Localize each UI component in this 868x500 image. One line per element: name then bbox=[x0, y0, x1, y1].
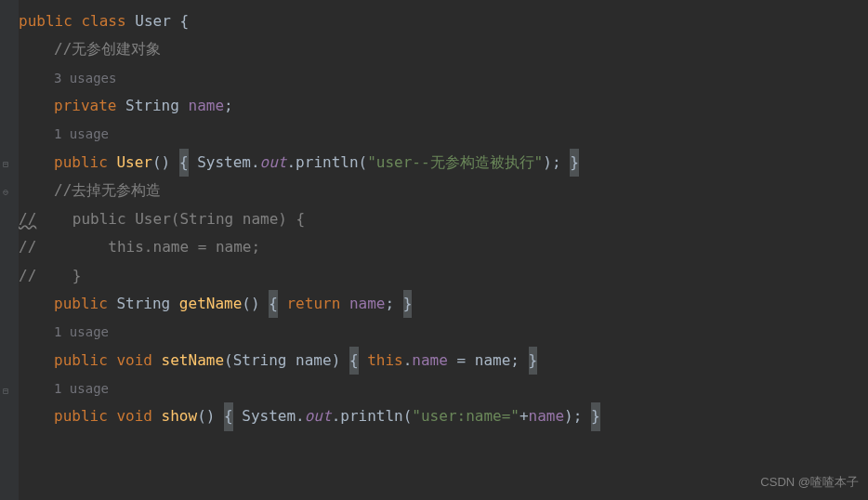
brace: { bbox=[224, 402, 233, 430]
keyword: public bbox=[54, 402, 108, 430]
method-name: setName bbox=[162, 347, 224, 375]
fold-icon[interactable]: ⊟ bbox=[3, 387, 8, 396]
usage-hint[interactable]: 3 usages bbox=[19, 64, 868, 92]
brace: { bbox=[179, 149, 189, 177]
comment-marker: // bbox=[19, 233, 36, 261]
method-name: getName bbox=[179, 290, 242, 318]
brace: } bbox=[529, 347, 538, 375]
string-literal: "user:name=" bbox=[412, 402, 519, 430]
keyword: private bbox=[54, 92, 116, 120]
watermark: CSDN @喳喳本子 bbox=[760, 471, 859, 494]
code-line: public void setName(String name) { this.… bbox=[19, 347, 868, 375]
brace: } bbox=[591, 402, 600, 430]
class-name: User bbox=[135, 7, 171, 35]
static-field: out bbox=[260, 149, 287, 177]
code-line: //去掉无参构造 bbox=[19, 177, 868, 204]
code-line: public class User { bbox=[19, 7, 868, 35]
static-field: out bbox=[305, 402, 332, 430]
code-line-commented: // } bbox=[19, 262, 868, 290]
fold-icon[interactable]: ⊖ bbox=[3, 188, 8, 197]
editor-gutter: ⊟ ⊖ ⊟ bbox=[0, 0, 19, 500]
type: String bbox=[116, 92, 188, 120]
keyword: this bbox=[359, 347, 403, 375]
fold-icon[interactable]: ⊟ bbox=[3, 160, 8, 169]
usage-hint[interactable]: 1 usage bbox=[19, 375, 868, 402]
keyword: class bbox=[81, 7, 125, 35]
brace: { bbox=[269, 290, 278, 318]
brace: } bbox=[570, 149, 579, 177]
keyword: void bbox=[108, 402, 162, 430]
keyword: public bbox=[19, 7, 72, 35]
method-name: show bbox=[162, 402, 198, 430]
usage-text: 3 usages bbox=[54, 66, 116, 91]
usage-hint[interactable]: 1 usage bbox=[19, 318, 868, 346]
code-line: public void show() { System.out.println(… bbox=[19, 402, 868, 430]
field: name bbox=[412, 347, 448, 375]
brace: { bbox=[171, 7, 189, 35]
comment-marker: // bbox=[19, 262, 36, 290]
brace: { bbox=[349, 347, 359, 375]
usage-text: 1 usage bbox=[54, 320, 109, 345]
code-line: private String name; bbox=[19, 92, 868, 120]
code-editor[interactable]: public class User { //无参创建对象 3 usages pr… bbox=[0, 0, 868, 431]
code-line: public User() { System.out.println("user… bbox=[19, 149, 868, 177]
code-line-commented: // this.name = name; bbox=[19, 233, 868, 261]
comment: //去掉无参构造 bbox=[54, 177, 161, 204]
semicolon: ; bbox=[224, 92, 233, 120]
string-literal: "user--无参构造被执行" bbox=[367, 149, 543, 177]
usage-text: 1 usage bbox=[54, 376, 109, 401]
usage-hint[interactable]: 1 usage bbox=[19, 121, 868, 149]
field: name bbox=[349, 290, 386, 318]
code-line-commented: // public User(String name) { bbox=[19, 205, 868, 233]
code-line: //无参创建对象 bbox=[19, 35, 868, 63]
comment: //无参创建对象 bbox=[54, 35, 161, 63]
usage-text: 1 usage bbox=[54, 122, 109, 147]
keyword: void bbox=[108, 347, 162, 375]
constructor: User bbox=[108, 149, 152, 177]
brace: } bbox=[403, 290, 413, 318]
field: name bbox=[189, 92, 225, 120]
keyword: public bbox=[54, 149, 108, 177]
field: name bbox=[529, 402, 565, 430]
comment-marker: // bbox=[19, 205, 36, 233]
keyword: public bbox=[54, 290, 108, 318]
keyword: return bbox=[278, 290, 349, 318]
keyword: public bbox=[54, 347, 108, 375]
code-line: public String getName() { return name; } bbox=[19, 290, 868, 318]
